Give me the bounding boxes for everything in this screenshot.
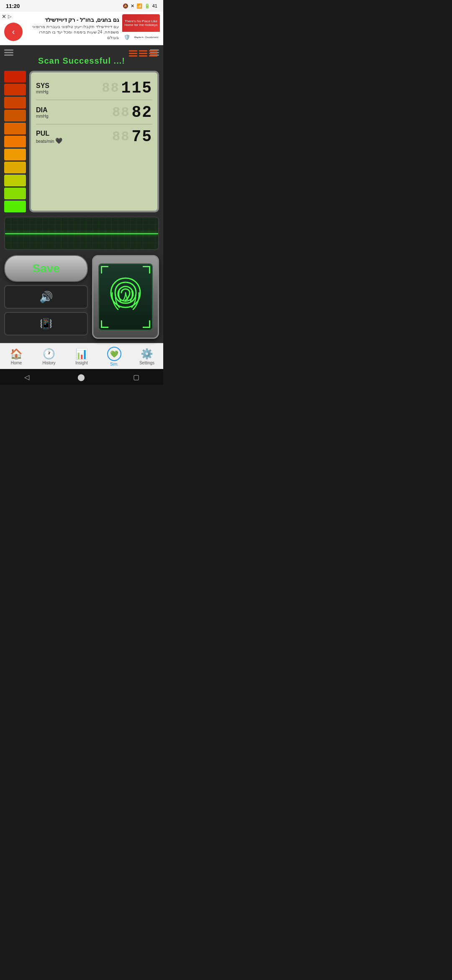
dot-line-1-2 — [139, 55, 147, 57]
level-bar-6 — [4, 149, 26, 160]
ad-image[interactable]: There's No Place Like Home for the Holid… — [122, 14, 160, 43]
status-time: 11:20 — [6, 3, 20, 9]
dia-label: DIA — [36, 106, 48, 114]
fingerprint-scanner[interactable] — [92, 255, 159, 339]
nav-settings[interactable]: ⚙️ Settings — [131, 348, 163, 365]
level-bar-4 — [4, 123, 26, 134]
dot-line-2-2 — [149, 55, 157, 57]
ad-shield-icon: 🛡️ — [124, 34, 130, 40]
android-back-button[interactable]: ◁ — [24, 373, 29, 381]
home-icon: 🏠 — [10, 348, 23, 360]
dia-unit: mmHg — [36, 114, 48, 119]
sim-icon: 💚 — [110, 350, 118, 358]
pul-label-block: PUL beats/min 🖤 — [36, 130, 62, 144]
dot-line-2-0 — [149, 50, 157, 52]
dia-value: 88 82 — [112, 103, 152, 121]
fingerprint-display — [98, 263, 153, 330]
android-home-button[interactable]: ⬤ — [77, 373, 85, 381]
nav-history-label: History — [42, 361, 55, 365]
wifi-icon: 📶 — [136, 3, 142, 9]
left-controls: Save 🔊 📳 — [4, 255, 88, 335]
android-nav-bar: ◁ ⬤ ▢ — [0, 369, 163, 385]
bottom-nav: 🏠 Home 🕐 History 📊 Insight 💚 Sim. ⚙️ Set… — [0, 343, 163, 369]
ad-description: עם דיויידשילד תקבלו ייעוץ טלפוני בעברית … — [26, 24, 119, 40]
lcd-display: SYS mmHg 88 115 DIA mmHg 88 82 — [29, 71, 159, 212]
ad-title: גם בחגים, בחו"ל - רק דיויידשילד — [26, 17, 119, 23]
vibrate-button[interactable]: 📳 — [4, 312, 88, 335]
sys-label: SYS — [36, 82, 49, 90]
ad-back-button[interactable]: ‹ — [4, 23, 23, 41]
dots-indicator — [129, 50, 157, 57]
dot-group-2 — [149, 50, 157, 57]
level-bar-1 — [4, 84, 26, 95]
dot-line-0-1 — [129, 53, 137, 54]
speaker-icon: 🔊 — [39, 291, 53, 304]
dot-line-0-0 — [129, 50, 137, 52]
pul-row: PUL beats/min 🖤 88 75 — [36, 125, 152, 148]
insight-icon: 📊 — [75, 348, 88, 360]
level-bar-7 — [4, 162, 26, 173]
level-bar-5 — [4, 136, 26, 147]
level-bars — [4, 71, 26, 212]
level-bar-3 — [4, 110, 26, 121]
waveform-line — [5, 233, 158, 234]
dia-row: DIA mmHg 88 82 — [36, 101, 152, 124]
android-recents-button[interactable]: ▢ — [133, 373, 139, 381]
ad-brand: 🛡️ Davidshield - דיויידשילד — [122, 32, 160, 43]
status-bar: 11:20 🔕 ✕ 📶 🔋 41 — [0, 0, 163, 12]
save-button[interactable]: Save — [4, 255, 88, 282]
level-bar-8 — [4, 175, 26, 186]
fp-corner-bl — [101, 320, 108, 328]
history-icon: 🕐 — [43, 348, 55, 360]
level-bar-2 — [4, 97, 26, 108]
dot-line-2-1 — [149, 53, 157, 54]
status-icons: 🔕 ✕ 📶 🔋 41 — [123, 3, 157, 9]
ad-brand-name: Davidshield - דיויידשילד — [134, 36, 158, 39]
phone-vibrate-icon: 📳 — [40, 318, 52, 330]
ad-close-area[interactable]: ✕ ▷ — [2, 13, 11, 20]
app-main: Scan Successful ...! SYS mmHg 88 115 — [0, 45, 163, 343]
pul-unit: beats/min 🖤 — [36, 137, 62, 144]
nav-home-label: Home — [11, 361, 22, 365]
ad-forward-icon: ▷ — [8, 14, 11, 19]
level-bar-0 — [4, 71, 26, 83]
dia-label-block: DIA mmHg — [36, 106, 48, 119]
fp-corner-tl — [101, 266, 108, 273]
dot-group-1 — [139, 50, 147, 57]
sys-row: SYS mmHg 88 115 — [36, 77, 152, 100]
sys-label-block: SYS mmHg — [36, 82, 49, 94]
ad-close-button[interactable]: ✕ — [2, 13, 6, 20]
pul-label: PUL — [36, 130, 49, 137]
settings-icon: ⚙️ — [141, 348, 153, 360]
nav-settings-label: Settings — [139, 361, 154, 365]
monitor-row: SYS mmHg 88 115 DIA mmHg 88 82 — [4, 71, 159, 212]
fp-corner-tr — [143, 266, 150, 273]
ad-image-headline: There's No Place Like Home for the Holid… — [122, 14, 160, 32]
nav-insight-label: Insight — [75, 361, 87, 365]
nav-home[interactable]: 🏠 Home — [0, 348, 33, 365]
notif-icon: 🔕 — [123, 3, 128, 9]
nav-sim[interactable]: 💚 Sim. — [98, 347, 131, 366]
fp-corner-br — [143, 320, 150, 328]
dot-line-1-0 — [139, 50, 147, 52]
pul-value: 88 75 — [112, 128, 152, 146]
battery-level: 41 — [152, 3, 157, 8]
sys-value: 88 115 — [102, 79, 152, 97]
dot-group-0 — [129, 50, 137, 57]
dot-line-1-1 — [139, 53, 147, 54]
sound-button[interactable]: 🔊 — [4, 285, 88, 309]
level-bar-9 — [4, 188, 26, 199]
controls-area: Save 🔊 📳 — [4, 255, 159, 339]
level-bar-10 — [4, 201, 26, 212]
sim-badge: 💚 — [107, 347, 121, 361]
heart-icon: 🖤 — [55, 137, 62, 144]
nav-history[interactable]: 🕐 History — [33, 348, 65, 365]
waveform-display — [4, 217, 159, 250]
hamburger-menu-left[interactable] — [4, 49, 13, 56]
nav-insight[interactable]: 📊 Insight — [65, 348, 98, 365]
fingerprint-icon — [109, 276, 142, 318]
dot-line-0-2 — [129, 55, 137, 57]
battery-icon: 🔋 — [144, 3, 150, 9]
battery-x-icon: ✕ — [131, 3, 134, 9]
nav-sim-label: Sim. — [110, 362, 118, 366]
